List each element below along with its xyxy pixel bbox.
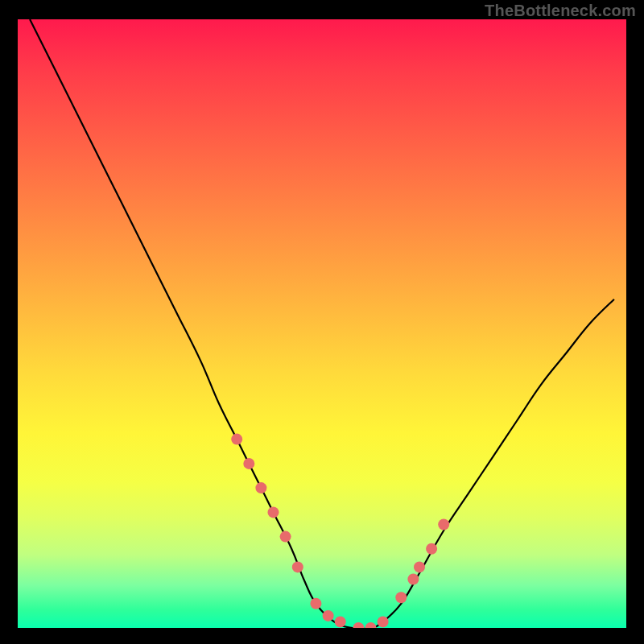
highlighted-point [395, 592, 407, 603]
chart-plot-area [18, 19, 626, 628]
highlighted-point [426, 543, 437, 555]
highlighted-point [292, 561, 303, 572]
highlighted-points-group [231, 434, 449, 628]
highlighted-point [323, 610, 334, 621]
highlighted-point [231, 434, 242, 445]
highlighted-point [310, 598, 321, 609]
highlighted-point [414, 561, 425, 572]
highlighted-point [438, 519, 449, 530]
highlighted-point [378, 616, 389, 627]
highlighted-point [243, 458, 254, 469]
chart-svg [18, 19, 626, 628]
highlighted-point [268, 506, 279, 518]
highlighted-point [407, 574, 419, 585]
highlighted-point [280, 531, 291, 543]
bottleneck-curve [30, 19, 614, 628]
highlighted-point [255, 482, 266, 493]
highlighted-point [335, 616, 346, 627]
highlighted-point [365, 622, 377, 628]
highlighted-point [353, 622, 364, 628]
site-watermark: TheBottleneck.com [485, 2, 636, 20]
